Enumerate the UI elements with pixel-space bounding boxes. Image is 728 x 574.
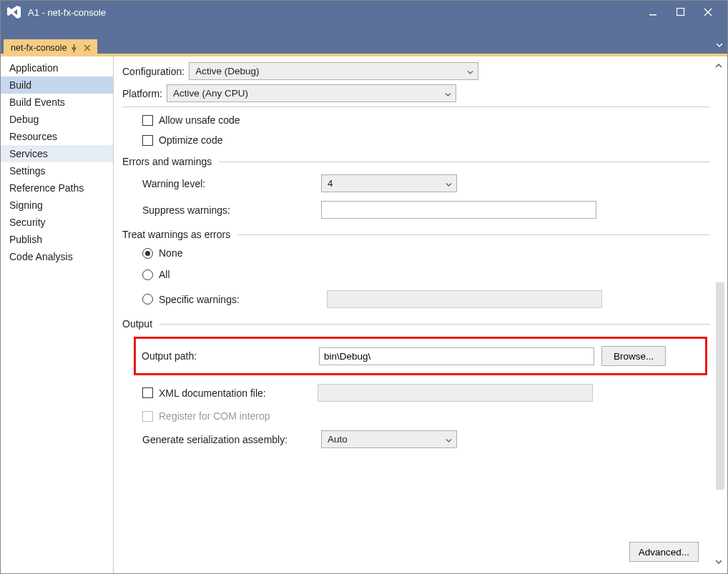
treat-specific-label: Specific warnings: bbox=[159, 294, 305, 305]
register-com-checkbox bbox=[142, 411, 153, 422]
scroll-up-icon[interactable] bbox=[714, 61, 723, 71]
optimize-code-checkbox[interactable] bbox=[142, 135, 153, 146]
platform-label: Platform: bbox=[122, 88, 162, 99]
sidebar-item-resources[interactable]: Resources bbox=[1, 128, 113, 145]
treat-none-label: None bbox=[159, 247, 182, 259]
tab-label: net-fx-console bbox=[11, 43, 67, 53]
document-tabs: net-fx-console bbox=[1, 36, 727, 56]
sidebar-item-security[interactable]: Security bbox=[1, 214, 113, 231]
project-settings-sidebar: Application Build Build Events Debug Res… bbox=[1, 56, 114, 573]
chevron-down-icon bbox=[467, 66, 473, 76]
chevron-down-icon bbox=[446, 434, 452, 445]
output-path-label: Output path: bbox=[136, 350, 302, 362]
close-tab-icon[interactable] bbox=[82, 42, 93, 54]
optimize-code-label: Optimize code bbox=[159, 134, 222, 146]
svg-rect-1 bbox=[677, 9, 684, 16]
output-section-label: Output bbox=[122, 318, 152, 330]
maximize-button[interactable] bbox=[667, 2, 694, 22]
output-path-input[interactable] bbox=[319, 347, 594, 365]
serialization-dropdown[interactable]: Auto bbox=[321, 430, 457, 448]
suppress-warnings-label: Suppress warnings: bbox=[142, 204, 300, 216]
sidebar-item-application[interactable]: Application bbox=[1, 59, 113, 76]
serialization-label: Generate serialization assembly: bbox=[142, 434, 300, 445]
treat-all-radio[interactable] bbox=[142, 269, 153, 280]
register-com-label: Register for COM interop bbox=[159, 410, 270, 422]
errors-section-label: Errors and warnings bbox=[122, 156, 212, 167]
allow-unsafe-label: Allow unsafe code bbox=[159, 114, 240, 126]
configuration-dropdown[interactable]: Active (Debug) bbox=[189, 62, 478, 80]
svg-rect-0 bbox=[649, 14, 656, 16]
vs-logo-icon bbox=[5, 4, 22, 21]
sidebar-item-code-analysis[interactable]: Code Analysis bbox=[1, 248, 113, 265]
sidebar-item-services[interactable]: Services bbox=[1, 145, 113, 162]
treat-none-radio[interactable] bbox=[142, 248, 153, 259]
sidebar-item-settings[interactable]: Settings bbox=[1, 162, 113, 179]
treat-warnings-section-label: Treat warnings as errors bbox=[122, 229, 230, 240]
scrollbar[interactable] bbox=[716, 282, 724, 490]
allow-unsafe-checkbox[interactable] bbox=[142, 115, 153, 126]
minimize-button[interactable] bbox=[640, 2, 667, 22]
chevron-down-icon bbox=[445, 88, 451, 99]
sidebar-item-publish[interactable]: Publish bbox=[1, 231, 113, 248]
sidebar-item-build-events[interactable]: Build Events bbox=[1, 94, 113, 111]
suppress-warnings-input[interactable] bbox=[321, 201, 596, 219]
treat-specific-input[interactable] bbox=[327, 290, 602, 308]
titlebar: A1 - net-fx-console bbox=[1, 1, 727, 24]
tab-overflow-icon[interactable] bbox=[716, 40, 723, 51]
treat-all-label: All bbox=[159, 269, 170, 280]
chevron-down-icon bbox=[446, 178, 452, 189]
sidebar-item-reference-paths[interactable]: Reference Paths bbox=[1, 179, 113, 197]
advanced-button[interactable]: Advanced... bbox=[629, 542, 699, 562]
treat-specific-radio[interactable] bbox=[142, 294, 153, 305]
warning-level-label: Warning level: bbox=[142, 178, 300, 189]
sidebar-item-debug[interactable]: Debug bbox=[1, 111, 113, 128]
warning-level-dropdown[interactable]: 4 bbox=[321, 174, 457, 192]
xml-doc-input[interactable] bbox=[318, 384, 593, 402]
scroll-down-icon[interactable] bbox=[714, 557, 723, 568]
xml-doc-label: XML documentation file: bbox=[159, 387, 302, 399]
window-title: A1 - net-fx-console bbox=[28, 7, 106, 18]
sidebar-item-signing[interactable]: Signing bbox=[1, 197, 113, 214]
browse-button[interactable]: Browse... bbox=[601, 346, 666, 366]
output-path-highlight: Output path: Browse... bbox=[134, 337, 707, 375]
close-button[interactable] bbox=[694, 2, 722, 22]
sidebar-item-build[interactable]: Build bbox=[1, 76, 113, 94]
platform-dropdown[interactable]: Active (Any CPU) bbox=[167, 84, 456, 102]
configuration-label: Configuration: bbox=[122, 66, 185, 77]
xml-doc-checkbox[interactable] bbox=[142, 387, 153, 398]
pin-icon[interactable] bbox=[69, 42, 80, 54]
